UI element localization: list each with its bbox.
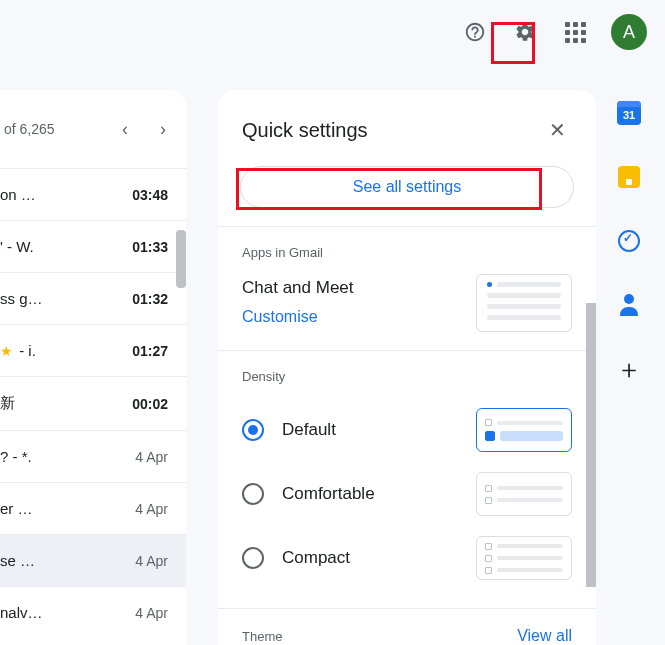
pagination-row: of 6,265 ‹ › [0,102,186,168]
calendar-icon[interactable]: 31 [616,100,642,126]
apps-heading: Apps in Gmail [242,245,572,260]
star-icon: ★ [0,343,13,359]
mail-preview: se … [0,552,35,569]
mail-preview: ? - *. [0,448,32,465]
mail-item[interactable]: ★ - i.01:27 [0,324,186,376]
density-preview [476,408,572,452]
mail-time: 03:48 [132,187,168,203]
density-label: Compact [282,548,350,568]
panel-scrollbar[interactable] [586,303,596,587]
inbox-scrollbar[interactable] [176,230,186,288]
inbox-panel: of 6,265 ‹ › on …03:48' - W.01:33ss g…01… [0,90,186,645]
density-option[interactable]: Comfortable [242,462,572,526]
mail-item[interactable]: ? - *.4 Apr [0,430,186,482]
apps-icon[interactable] [555,12,595,52]
mail-item[interactable]: 新00:02 [0,376,186,430]
see-all-settings-button[interactable]: See all settings [240,166,574,208]
apps-label: Chat and Meet [242,274,354,303]
customise-link[interactable]: Customise [242,303,354,330]
side-rail: 31 ＋ [607,100,651,382]
add-icon[interactable]: ＋ [616,356,642,382]
tasks-icon[interactable] [616,228,642,254]
theme-heading: Theme [242,629,282,644]
density-heading: Density [242,369,572,384]
density-option[interactable]: Default [242,398,572,462]
mail-time: 4 Apr [135,501,168,517]
radio-icon [242,419,264,441]
radio-icon [242,483,264,505]
mail-item[interactable]: on …03:48 [0,168,186,220]
apps-section: Apps in Gmail Chat and Meet Customise [218,226,596,350]
mail-preview: 新 [0,394,15,413]
mail-preview: ss g… [0,290,43,307]
mail-preview: er … [0,500,33,517]
help-icon[interactable] [455,12,495,52]
avatar[interactable]: A [611,14,647,50]
mail-item[interactable]: se …4 Apr [0,534,186,586]
theme-viewall[interactable]: View all [517,627,572,645]
mail-time: 01:32 [132,291,168,307]
mail-preview: on … [0,186,36,203]
mail-time: 4 Apr [135,449,168,465]
mail-item[interactable]: ' - W.01:33 [0,220,186,272]
mail-item[interactable]: nalv…4 Apr [0,586,186,638]
theme-section: Theme View all [218,608,596,645]
next-page[interactable]: › [144,110,182,148]
mail-time: 01:33 [132,239,168,255]
mail-time: 4 Apr [135,553,168,569]
density-section: Density DefaultComfortableCompact [218,350,596,608]
close-icon[interactable]: ✕ [543,112,572,148]
mail-item[interactable]: er …4 Apr [0,482,186,534]
mail-item[interactable]: ss g…01:32 [0,272,186,324]
density-preview [476,472,572,516]
mail-time: 00:02 [132,396,168,412]
quick-settings-panel: Quick settings ✕ See all settings Apps i… [218,90,596,645]
apps-preview [476,274,572,332]
contacts-icon[interactable] [616,292,642,318]
gear-icon[interactable] [505,12,545,52]
mail-time: 4 Apr [135,605,168,621]
mail-preview: ★ - i. [0,342,36,359]
top-bar: A [0,0,665,64]
density-option[interactable]: Compact [242,526,572,590]
panel-title: Quick settings [242,119,368,142]
mail-time: 01:27 [132,343,168,359]
mail-preview: ' - W. [0,238,34,255]
density-preview [476,536,572,580]
mail-preview: nalv… [0,604,43,621]
prev-page[interactable]: ‹ [106,110,144,148]
keep-icon[interactable] [616,164,642,190]
density-label: Comfortable [282,484,375,504]
count-text: of 6,265 [0,121,106,137]
density-label: Default [282,420,336,440]
radio-icon [242,547,264,569]
